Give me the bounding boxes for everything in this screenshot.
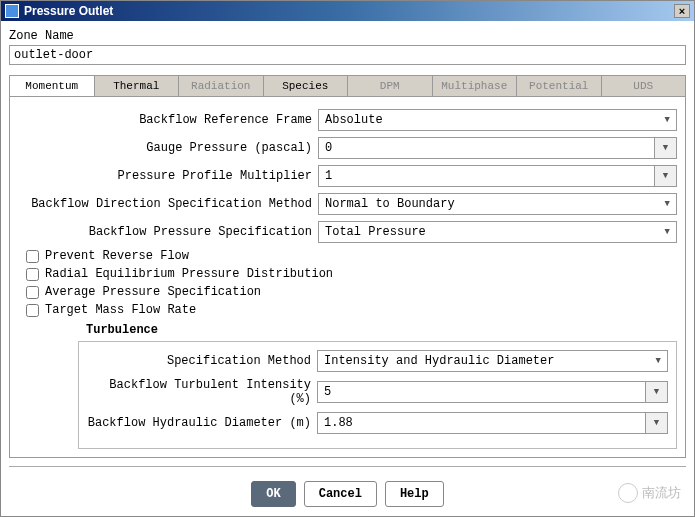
profile-mult-label: Pressure Profile Multiplier <box>18 169 318 183</box>
ref-frame-label: Backflow Reference Frame <box>18 113 318 127</box>
gauge-pressure-input[interactable]: 0 <box>318 137 655 159</box>
turb-intensity-input[interactable]: 5 <box>317 381 646 403</box>
turb-hyd-diam-label: Backflow Hydraulic Diameter (m) <box>87 416 317 430</box>
close-button[interactable]: × <box>674 4 690 18</box>
radial-eq-check[interactable] <box>26 268 39 281</box>
tab-species[interactable]: Species <box>264 76 349 96</box>
dir-spec-select[interactable]: Normal to Boundary ▼ <box>318 193 677 215</box>
watermark: 南流坊 <box>618 483 681 503</box>
turb-hyd-diam-drop[interactable]: ▼ <box>646 412 668 434</box>
turb-spec-value: Intensity and Hydraulic Diameter <box>324 354 554 368</box>
tab-multiphase[interactable]: Multiphase <box>433 76 518 96</box>
press-spec-label: Backflow Pressure Specification <box>18 225 318 239</box>
chevron-down-icon: ▼ <box>663 143 668 153</box>
dir-spec-value: Normal to Boundary <box>325 197 455 211</box>
zone-name-input[interactable] <box>9 45 686 65</box>
ref-frame-value: Absolute <box>325 113 383 127</box>
tab-body: Backflow Reference Frame Absolute ▼ Gaug… <box>9 97 686 458</box>
chevron-down-icon: ▼ <box>665 199 670 209</box>
tab-potential[interactable]: Potential <box>517 76 602 96</box>
turbulence-title: Turbulence <box>86 323 677 337</box>
target-mfr-label: Target Mass Flow Rate <box>45 303 196 317</box>
divider <box>9 466 686 467</box>
tab-thermal[interactable]: Thermal <box>95 76 180 96</box>
chevron-down-icon: ▼ <box>665 115 670 125</box>
tab-radiation[interactable]: Radiation <box>179 76 264 96</box>
chevron-down-icon: ▼ <box>656 356 661 366</box>
turb-spec-label: Specification Method <box>87 354 317 368</box>
turbulence-group: Turbulence Specification Method Intensit… <box>78 323 677 449</box>
watermark-icon <box>618 483 638 503</box>
gauge-pressure-drop[interactable]: ▼ <box>655 137 677 159</box>
footer: OK Cancel Help <box>9 475 686 516</box>
dir-spec-label: Backflow Direction Specification Method <box>18 197 318 211</box>
target-mfr-check[interactable] <box>26 304 39 317</box>
app-icon <box>5 4 19 18</box>
gauge-pressure-label: Gauge Pressure (pascal) <box>18 141 318 155</box>
turb-spec-select[interactable]: Intensity and Hydraulic Diameter ▼ <box>317 350 668 372</box>
cancel-button[interactable]: Cancel <box>304 481 377 507</box>
ref-frame-select[interactable]: Absolute ▼ <box>318 109 677 131</box>
turb-intensity-drop[interactable]: ▼ <box>646 381 668 403</box>
titlebar: Pressure Outlet × <box>1 1 694 21</box>
avg-press-check[interactable] <box>26 286 39 299</box>
avg-press-label: Average Pressure Specification <box>45 285 261 299</box>
tabs: Momentum Thermal Radiation Species DPM M… <box>9 75 686 97</box>
radial-eq-label: Radial Equilibrium Pressure Distribution <box>45 267 333 281</box>
profile-mult-input[interactable]: 1 <box>318 165 655 187</box>
tab-uds[interactable]: UDS <box>602 76 686 96</box>
press-spec-select[interactable]: Total Pressure ▼ <box>318 221 677 243</box>
window-title: Pressure Outlet <box>24 4 674 18</box>
chevron-down-icon: ▼ <box>654 418 659 428</box>
watermark-text: 南流坊 <box>642 484 681 502</box>
prevent-reverse-check[interactable] <box>26 250 39 263</box>
help-button[interactable]: Help <box>385 481 444 507</box>
prevent-reverse-label: Prevent Reverse Flow <box>45 249 189 263</box>
zone-name-label: Zone Name <box>9 29 686 43</box>
chevron-down-icon: ▼ <box>665 227 670 237</box>
turb-hyd-diam-input[interactable]: 1.88 <box>317 412 646 434</box>
press-spec-value: Total Pressure <box>325 225 426 239</box>
ok-button[interactable]: OK <box>251 481 295 507</box>
chevron-down-icon: ▼ <box>663 171 668 181</box>
chevron-down-icon: ▼ <box>654 387 659 397</box>
tab-dpm[interactable]: DPM <box>348 76 433 96</box>
turb-intensity-label: Backflow Turbulent Intensity (%) <box>87 378 317 406</box>
profile-mult-drop[interactable]: ▼ <box>655 165 677 187</box>
tab-momentum[interactable]: Momentum <box>10 76 95 96</box>
